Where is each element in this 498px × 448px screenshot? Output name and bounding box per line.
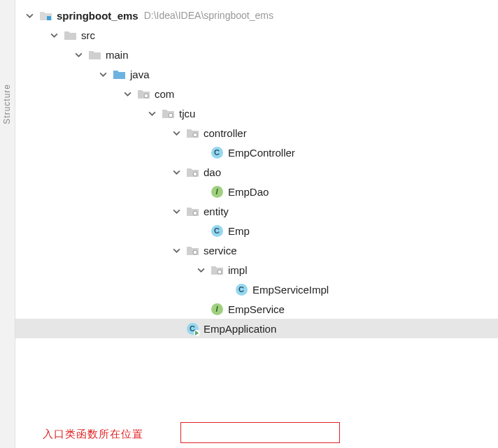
svg-point-5 — [193, 211, 197, 215]
svg-point-6 — [193, 250, 197, 254]
package-icon — [186, 127, 199, 138]
tree-row-entity[interactable]: entity — [15, 201, 498, 221]
tree-row-emp-dao[interactable]: I EmpDao — [15, 182, 498, 201]
tree-label: EmpDao — [228, 186, 269, 198]
tree-row-impl[interactable]: impl — [15, 260, 498, 280]
interface-icon: I — [211, 303, 223, 315]
tree-label: EmpApplication — [204, 323, 276, 335]
tree-row-java[interactable]: java — [15, 64, 498, 84]
tree-row-emp-service-impl[interactable]: C EmpServiceImpl — [15, 280, 498, 299]
chevron-down-icon[interactable] — [171, 205, 182, 217]
tree-label: service — [204, 245, 237, 256]
tree-row-emp-application[interactable]: C EmpApplication — [15, 319, 498, 338]
class-icon: C — [211, 224, 223, 237]
package-icon — [162, 108, 174, 119]
annotation-highlight-box — [180, 422, 340, 443]
chevron-down-icon[interactable] — [97, 68, 108, 80]
tree-label: main — [106, 49, 129, 61]
tree-label: Emp — [228, 225, 250, 237]
package-icon — [137, 88, 150, 99]
package-icon — [211, 264, 223, 275]
class-icon: C — [235, 283, 248, 296]
tree-label: tjcu — [179, 108, 195, 120]
project-tree: springboot_ems D:\Idea\IDEA\springboot_e… — [15, 0, 498, 338]
package-icon — [186, 205, 199, 217]
svg-rect-0 — [47, 16, 51, 20]
chevron-down-icon[interactable] — [146, 108, 157, 119]
tree-row-emp-controller[interactable]: C EmpController — [15, 143, 498, 162]
source-folder-icon — [113, 68, 125, 80]
svg-point-4 — [193, 172, 197, 176]
tree-row-service[interactable]: service — [15, 240, 498, 260]
module-folder-icon — [39, 10, 52, 21]
tree-row-root[interactable]: springboot_ems D:\Idea\IDEA\springboot_e… — [15, 6, 498, 25]
tree-label: java — [130, 68, 150, 80]
tree-label: impl — [228, 264, 248, 276]
folder-icon — [64, 29, 76, 41]
tree-label: EmpController — [228, 147, 295, 159]
tree-row-tjcu[interactable]: tjcu — [15, 103, 498, 123]
tree-label: src — [81, 29, 95, 41]
interface-icon: I — [211, 185, 223, 198]
tree-row-com[interactable]: com — [15, 84, 498, 103]
tree-row-src[interactable]: src — [15, 25, 498, 45]
chevron-down-icon[interactable] — [195, 264, 206, 275]
tree-row-dao[interactable]: dao — [15, 162, 498, 182]
chevron-down-icon[interactable] — [171, 166, 182, 178]
annotation-text: 入口类函数所在位置 — [43, 428, 143, 441]
svg-point-3 — [193, 133, 197, 137]
tree-path: D:\Idea\IDEA\springboot_ems — [144, 10, 273, 21]
chevron-down-icon[interactable] — [24, 10, 35, 21]
tree-label: springboot_ems — [57, 10, 138, 22]
tree-label: dao — [204, 166, 221, 178]
tree-row-emp[interactable]: C Emp — [15, 221, 498, 240]
tree-label: com — [155, 88, 174, 100]
svg-point-2 — [169, 113, 173, 117]
chevron-down-icon[interactable] — [48, 29, 59, 41]
tree-row-controller[interactable]: controller — [15, 123, 498, 143]
folder-icon — [88, 49, 101, 60]
chevron-down-icon[interactable] — [73, 49, 84, 60]
chevron-down-icon[interactable] — [171, 245, 182, 256]
tree-row-main[interactable]: main — [15, 45, 498, 64]
chevron-down-icon[interactable] — [122, 88, 133, 99]
tree-label: entity — [204, 205, 229, 217]
tree-label: EmpServiceImpl — [252, 284, 329, 296]
tree-label: controller — [204, 127, 247, 139]
svg-point-7 — [218, 270, 222, 274]
class-icon: C — [211, 146, 223, 159]
structure-sidebar-label: Structure — [2, 84, 12, 124]
class-runnable-icon: C — [186, 322, 199, 335]
chevron-down-icon[interactable] — [171, 127, 182, 138]
run-badge-icon — [194, 330, 200, 336]
package-icon — [186, 166, 199, 178]
package-icon — [186, 245, 199, 256]
tree-label: EmpService — [228, 303, 285, 315]
tree-row-emp-service[interactable]: I EmpService — [15, 299, 498, 319]
structure-sidebar-handle[interactable]: Structure — [0, 0, 15, 448]
svg-point-1 — [144, 94, 148, 98]
